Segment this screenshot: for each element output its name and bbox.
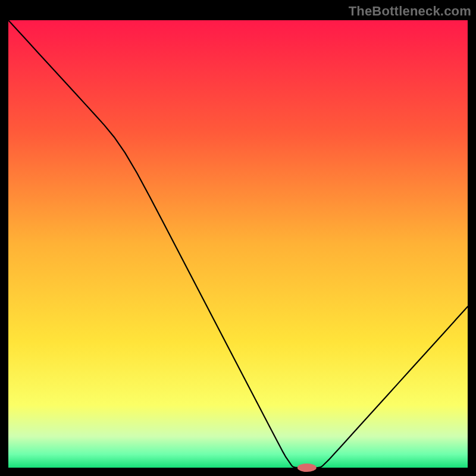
chart-container: TheBottleneck.com bbox=[0, 0, 476, 476]
plot-area bbox=[8, 20, 468, 468]
optimal-marker bbox=[298, 464, 317, 472]
bottleneck-chart bbox=[0, 0, 476, 476]
watermark-text: TheBottleneck.com bbox=[349, 4, 471, 19]
